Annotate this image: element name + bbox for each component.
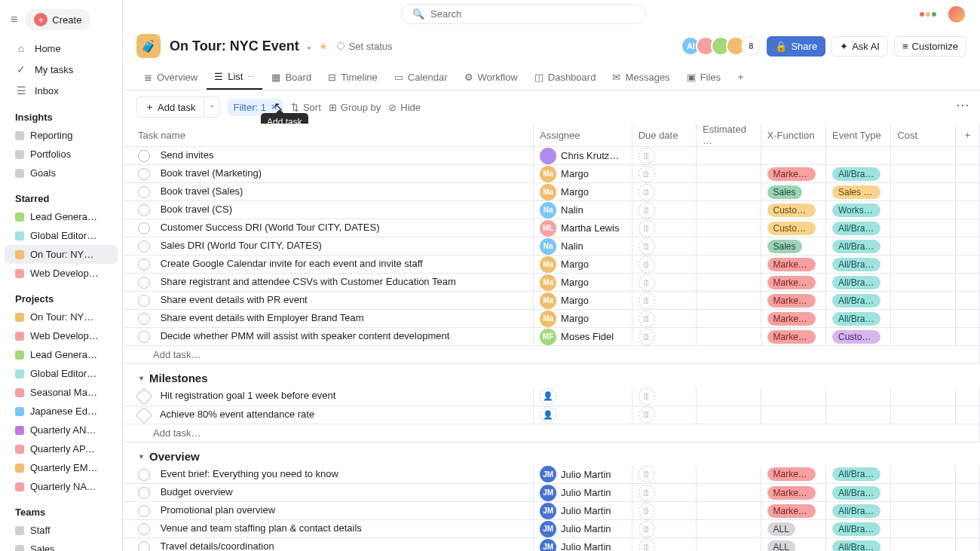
task-name[interactable]: Share event details with Employer Brand … (161, 312, 364, 323)
cost-cell[interactable] (891, 484, 955, 502)
calendar-icon[interactable]: 🗓 (639, 406, 655, 423)
estimated-cell[interactable] (697, 387, 761, 406)
assignee-cell[interactable]: MaMargo (540, 292, 626, 309)
event-type-cell[interactable]: All/Bran… (826, 256, 891, 274)
xfunction-cell[interactable]: Sales (761, 237, 825, 256)
estimated-cell[interactable] (697, 274, 761, 292)
estimated-cell[interactable] (697, 484, 761, 502)
sidebar-project-item[interactable]: Seasonal Marketing Cam… › (0, 383, 122, 402)
xfunction-cell[interactable]: Marketing (761, 328, 825, 346)
xfunction-cell[interactable] (761, 406, 825, 424)
section-header[interactable]: ▾Overview (129, 442, 974, 466)
event-type-cell[interactable] (826, 387, 891, 406)
calendar-icon[interactable]: 🗓 (639, 220, 655, 237)
sidebar-project-item[interactable]: Global Editorial Cal… › (0, 226, 122, 245)
task-name[interactable]: Travel details/coordination (160, 540, 274, 551)
assignee-cell[interactable]: JMJulio Martin (540, 466, 626, 482)
estimated-cell[interactable] (697, 328, 761, 346)
view-tab[interactable]: ⚙ Workflow (457, 66, 525, 89)
complete-checkbox[interactable]: ✓ (138, 523, 150, 535)
tag-chip[interactable]: All/Bran… (832, 240, 880, 253)
tag-chip[interactable]: Marketing (767, 312, 816, 326)
sidebar-project-item[interactable]: Japanese Editorial Calen… › (0, 402, 122, 421)
complete-checkbox[interactable]: ✓ (138, 277, 150, 289)
event-type-cell[interactable]: All/Bran… (826, 274, 891, 292)
complete-checkbox[interactable]: ✓ (138, 204, 150, 216)
view-tab[interactable]: ✉ Messages (605, 66, 677, 89)
tag-chip[interactable]: Marketing (767, 258, 816, 271)
estimated-cell[interactable] (697, 219, 761, 237)
traffic-light-icon[interactable] (920, 12, 938, 17)
event-type-cell[interactable]: All/Bran… (826, 165, 891, 183)
view-tab[interactable]: ☰ List ⋯ (207, 65, 262, 90)
tag-chip[interactable]: Marketing (767, 467, 816, 481)
complete-checkbox[interactable]: ✓ (138, 222, 150, 234)
estimated-cell[interactable] (697, 538, 761, 552)
cost-cell[interactable] (891, 256, 955, 274)
complete-checkbox[interactable]: ✓ (138, 469, 150, 481)
task-row[interactable]: ✓ Book travel (Sales) MaMargo 🗓 Sales Sa… (123, 183, 980, 201)
view-tab[interactable]: ≣ Overview (136, 66, 205, 89)
calendar-icon[interactable]: 🗓 (639, 539, 655, 552)
estimated-cell[interactable] (697, 183, 761, 201)
view-tab[interactable]: ▦ Board (264, 66, 319, 89)
tag-chip[interactable]: Custom… (767, 204, 816, 217)
col-xfn[interactable]: X-Function (761, 124, 825, 147)
task-row[interactable]: ✓ Decide whether PMM will assist with sp… (123, 328, 980, 346)
estimated-cell[interactable] (697, 147, 761, 165)
task-name[interactable]: Venue and team staffing plan & contact d… (161, 522, 362, 534)
sidebar-project-item[interactable]: Staff › (0, 521, 122, 540)
calendar-icon[interactable]: 🗓 (639, 256, 655, 273)
more-icon[interactable]: ⋯ (956, 96, 969, 113)
estimated-cell[interactable] (697, 310, 761, 328)
sidebar-project-item[interactable]: Lead Generation Ca… › (0, 207, 122, 226)
sidebar-project-item[interactable]: On Tour: NYC Event › (0, 308, 122, 326)
assignee-cell[interactable]: MaMargo (540, 256, 626, 273)
star-icon[interactable]: ★ (319, 41, 328, 52)
calendar-icon[interactable]: 🗓 (639, 274, 655, 291)
nav-item[interactable]: ✓ My tasks (0, 59, 122, 80)
tag-chip[interactable]: All/Bran… (832, 312, 880, 326)
task-name[interactable]: Book travel (Sales) (161, 185, 243, 197)
assignee-cell[interactable]: 👤 (540, 406, 626, 423)
view-tab[interactable]: ⊟ Timeline (320, 66, 385, 89)
view-tab[interactable]: ▭ Calendar (387, 66, 455, 89)
task-row[interactable]: ✓ Share registrant and attendee CSVs wit… (123, 274, 980, 292)
tag-chip[interactable]: Sales (767, 240, 802, 253)
task-row[interactable]: ✓ Venue and team staffing plan & contact… (123, 520, 980, 538)
assignee-cell[interactable]: JMJulio Martin (540, 503, 626, 519)
task-row[interactable]: ✓ Sales DRI (World Tour CITY, DATES) NaN… (123, 237, 980, 256)
event-type-cell[interactable]: All/Bran… (826, 520, 891, 538)
assignee-cell[interactable]: MLMartha Lewis (540, 220, 626, 237)
assignee-cell[interactable]: MaMargo (540, 274, 626, 291)
tag-chip[interactable]: Workshop (832, 204, 880, 217)
calendar-icon[interactable]: 🗓 (639, 166, 655, 182)
assignee-cell[interactable]: MaMargo (540, 184, 626, 201)
collapse-icon[interactable]: ▾ (139, 452, 143, 461)
task-name[interactable]: Send invites (161, 149, 214, 161)
add-tab-button[interactable]: ＋ (730, 64, 752, 90)
task-row[interactable]: ✓ Travel details/coordination JMJulio Ma… (123, 538, 980, 552)
col-due[interactable]: Due date (632, 124, 696, 147)
sidebar-project-item[interactable]: Portfolios › (0, 145, 122, 164)
task-name[interactable]: Decide whether PMM will assist with spea… (161, 330, 450, 341)
estimated-cell[interactable] (697, 256, 761, 274)
xfunction-cell[interactable]: Marketing (761, 310, 825, 328)
task-row[interactable]: ✓ Customer Success DRI (World Tour CITY,… (123, 219, 980, 237)
tag-chip[interactable]: All/Bran… (832, 504, 880, 518)
tag-chip[interactable]: All/Bran… (832, 522, 880, 536)
task-row[interactable]: ✓ Promotional plan overview JMJulio Mart… (123, 502, 980, 520)
assignee-cell[interactable]: 👤 (540, 388, 626, 405)
complete-checkbox[interactable]: ✓ (138, 186, 150, 198)
set-status-button[interactable]: Set status (337, 41, 393, 52)
col-task[interactable]: Task name (123, 124, 534, 147)
tag-chip[interactable]: All/Bran… (832, 486, 880, 500)
task-row[interactable]: ✓ Share event details with PR event MaMa… (123, 292, 980, 310)
complete-checkbox[interactable]: ✓ (138, 150, 150, 162)
project-title[interactable]: On Tour: NYC Event (170, 38, 299, 54)
tag-chip[interactable]: All/Bran… (832, 294, 880, 308)
cost-cell[interactable] (891, 165, 955, 183)
task-name[interactable]: Sales DRI (World Tour CITY, DATES) (161, 240, 322, 251)
xfunction-cell[interactable]: Marketing (761, 484, 825, 502)
event-type-cell[interactable]: All/Bran… (826, 237, 891, 256)
